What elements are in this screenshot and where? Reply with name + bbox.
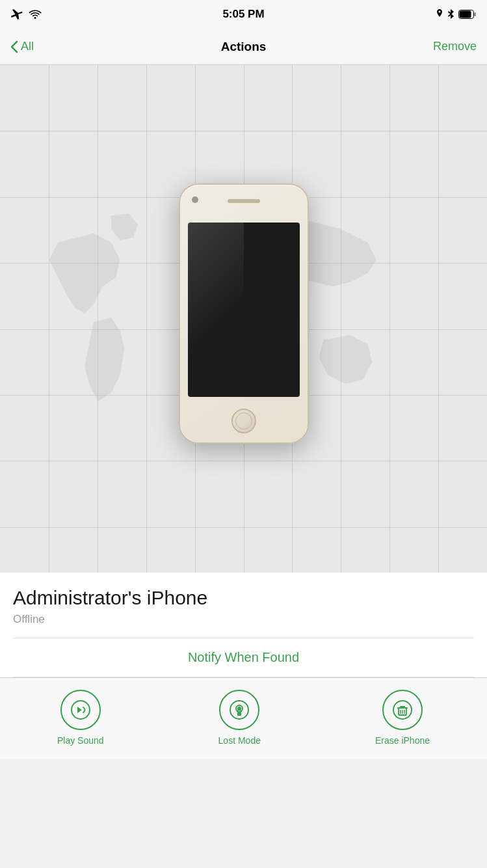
airplane-icon [10,8,23,20]
action-bar: Play Sound Lost Mode [0,677,487,759]
battery-icon [458,10,477,19]
play-sound-label: Play Sound [57,735,104,746]
status-bar-right [436,9,477,20]
remove-button[interactable]: Remove [433,40,477,53]
erase-iphone-label: Erase iPhone [375,735,430,746]
play-sound-action[interactable]: Play Sound [57,690,104,746]
map-area [0,65,487,573]
location-icon [436,9,443,20]
svg-marker-4 [77,707,82,713]
status-bar: 5:05 PM [0,0,487,29]
erase-iphone-icon-circle [382,690,423,730]
notify-when-found-button[interactable]: Notify When Found [13,638,474,677]
bluetooth-icon [447,9,454,20]
back-button[interactable]: All [10,40,34,53]
device-status: Offline [13,613,474,626]
status-bar-time: 5:05 PM [222,8,264,21]
erase-iphone-action[interactable]: Erase iPhone [375,690,430,746]
back-label: All [21,40,34,53]
lost-mode-icon-circle [219,690,259,730]
info-panel: Administrator's iPhone Offline Notify Wh… [0,573,487,677]
lost-mode-action[interactable]: Lost Mode [218,690,261,746]
device-illustration [179,183,309,444]
nav-bar: All Actions Remove [0,29,487,65]
play-sound-icon-circle [60,690,101,730]
svg-rect-1 [460,11,471,18]
svg-rect-8 [237,712,241,716]
lost-mode-label: Lost Mode [218,735,261,746]
svg-rect-2 [474,12,476,16]
device-name: Administrator's iPhone [13,587,474,609]
page-title: Actions [221,40,267,54]
wifi-icon [29,9,42,20]
status-bar-left [10,8,42,20]
